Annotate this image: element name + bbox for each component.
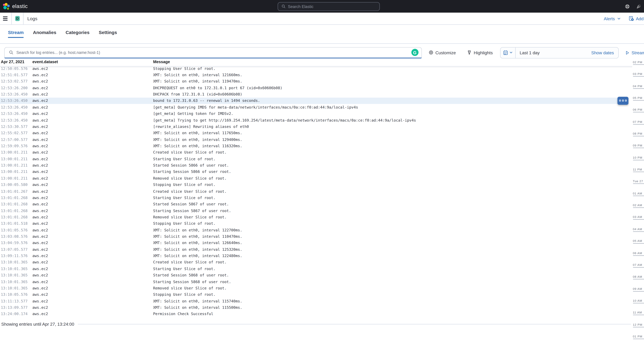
tab-categories[interactable]: Categories	[66, 30, 90, 38]
log-row[interactable]: 12:53:26.450 aws.ec2 [get_meta] Getting …	[0, 111, 629, 117]
log-row[interactable]: 12:53:02.577 aws.ec2 XMT: Solicit on eth…	[0, 78, 629, 85]
log-row[interactable]: 12:53:30.577 aws.ec2 [rewrite_aliases] R…	[0, 123, 629, 130]
log-row[interactable]: 13:03:08.576 aws.ec2 XMT: Solicit on eth…	[0, 233, 629, 240]
tab-anomalies[interactable]: Anomalies	[33, 30, 56, 38]
log-row[interactable]: 12:53:26.450 aws.ec2 DHCPACK from 172.31…	[0, 91, 629, 98]
log-row[interactable]: 13:01:01.267 aws.ec2 Created slice User …	[0, 188, 629, 194]
log-row[interactable]: 13:04:59.576 aws.ec2 XMT: Solicit on eth…	[0, 240, 629, 246]
log-row[interactable]: 13:10:01.365 aws.ec2 Started Session 586…	[0, 272, 629, 278]
log-row[interactable]: 12:53:26.200 aws.ec2 DHCPREQUEST on eth0…	[0, 85, 629, 91]
log-row[interactable]: 13:01:01.268 aws.ec2 Started Session 586…	[0, 201, 629, 207]
help-icon[interactable]	[625, 4, 630, 9]
log-row[interactable]: 13:10:01.365 aws.ec2 Created slice User …	[0, 259, 629, 266]
log-row[interactable]: 13:11:13.577 aws.ec2 XMT: Solicit on eth…	[0, 298, 629, 304]
log-dataset: aws.ec2	[32, 202, 153, 206]
alerts-button[interactable]: Alerts	[604, 16, 621, 21]
log-row[interactable]: 12:51:01.577 aws.ec2 XMT: Solicit on eth…	[0, 72, 629, 78]
log-row[interactable]: 12:53:26.450 aws.ec2 [get_meta] Querying…	[0, 104, 629, 111]
log-row[interactable]: 13:10:01.365 aws.ec2 Removed slice User …	[0, 285, 629, 291]
global-search-input[interactable]	[288, 4, 376, 9]
log-row[interactable]: 12:53:26.450 aws.ec2 bound to 172.31.0.6…	[0, 98, 629, 104]
date-picker: Last 1 day Show dates	[500, 47, 618, 58]
timeline-minimap[interactable]: 02 PM03 PM04 PM05 PM06 PM07 PM08 PM09 PM…	[632, 59, 644, 345]
log-row[interactable]: 13:00:01.211 aws.ec2 Removed slice User …	[0, 175, 629, 182]
log-time: 12:53:26.200	[0, 86, 32, 90]
log-stream-area: Apr 27, 2021 event.dataset Message 12:50…	[0, 59, 644, 345]
timeline-tick: 01 PM	[633, 335, 644, 339]
log-time: 13:24:00.174	[0, 312, 32, 316]
log-row[interactable]: 13:00:01.211 aws.ec2 Starting Session 58…	[0, 169, 629, 175]
log-row[interactable]: 12:55:02.577 aws.ec2 XMT: Solicit on eth…	[0, 130, 629, 136]
log-row[interactable]: 13:00:01.211 aws.ec2 Created slice User …	[0, 149, 629, 156]
log-time: 12:57:00.577	[0, 137, 32, 142]
grammarly-icon[interactable]: G	[411, 49, 418, 56]
log-search-box[interactable]: G	[4, 47, 422, 58]
log-dataset: aws.ec2	[32, 125, 153, 129]
show-dates-button[interactable]: Show dates	[591, 50, 618, 55]
log-row[interactable]: 13:01:01.268 aws.ec2 Starting Session 58…	[0, 207, 629, 214]
log-row[interactable]: 13:01:01.268 aws.ec2 Removed slice User …	[0, 214, 629, 220]
log-message: Starting User Slice of root.	[153, 196, 629, 200]
log-row[interactable]: 13:07:05.577 aws.ec2 XMT: Solicit on eth…	[0, 246, 629, 253]
log-row[interactable]: 13:09:11.576 aws.ec2 XMT: Solicit on eth…	[0, 253, 629, 259]
log-message: Removed slice User Slice of root.	[153, 286, 629, 290]
log-message: [rewrite_aliases] Rewriting aliases of e…	[153, 125, 629, 129]
log-time: 13:10:01.365	[0, 273, 32, 277]
stream-live-button[interactable]: Stream live	[625, 50, 644, 55]
add-data-button[interactable]: Add data	[629, 16, 644, 21]
log-row[interactable]: 13:13:09.577 aws.ec2 XMT: Solicit on eth…	[0, 304, 629, 311]
space-badge[interactable]: D	[15, 16, 20, 21]
stream-live-label: Stream live	[632, 50, 644, 55]
log-time: 13:00:01.211	[0, 163, 32, 167]
log-row[interactable]: 12:59:09.576 aws.ec2 XMT: Solicit on eth…	[0, 143, 629, 149]
timeline-tick: 05 AM	[633, 239, 644, 244]
log-row[interactable]: 13:01:01.268 aws.ec2 Starting User Slice…	[0, 194, 629, 201]
table-header: Apr 27, 2021 event.dataset Message	[0, 59, 632, 66]
row-context-menu-button[interactable]	[618, 97, 628, 105]
log-dataset: aws.ec2	[32, 183, 153, 187]
timeline-tick: 02 AM	[633, 204, 644, 208]
customize-button[interactable]: Customize	[428, 50, 456, 55]
log-time: 13:00:01.211	[0, 176, 32, 180]
log-row[interactable]: 13:10:05.576 aws.ec2 Stopping User Slice…	[0, 291, 629, 298]
timeline-tick: 01 AM	[633, 192, 644, 196]
add-data-icon	[629, 16, 634, 21]
global-search[interactable]	[278, 2, 380, 11]
highlights-button[interactable]: Highlights	[467, 50, 493, 55]
log-dataset: aws.ec2	[32, 118, 153, 122]
tab-settings[interactable]: Settings	[99, 30, 117, 38]
timeline-tick: 11 AM	[633, 311, 644, 315]
log-search-input[interactable]	[16, 50, 417, 55]
log-row[interactable]: 12:53:26.450 aws.ec2 [get_meta] Trying t…	[0, 117, 629, 123]
log-row[interactable]: 13:10:01.365 aws.ec2 Starting User Slice…	[0, 266, 629, 272]
elastic-logo-icon[interactable]	[3, 3, 10, 10]
timeline-tick: 11 PM	[633, 168, 644, 172]
log-row[interactable]: 13:24:00.174 aws.ec2 Permission Check Su…	[0, 311, 629, 317]
global-search-wrap	[278, 2, 380, 11]
log-row[interactable]: 13:10:01.365 aws.ec2 Starting Session 58…	[0, 278, 629, 285]
quick-select-button[interactable]	[500, 47, 516, 58]
log-time: 13:01:01.267	[0, 189, 32, 193]
log-message: [get_meta] Querying IMDS for meta-data/n…	[153, 105, 629, 109]
log-dataset: aws.ec2	[32, 221, 153, 226]
log-message: Starting User Slice of root.	[153, 267, 629, 271]
log-row[interactable]: 13:00:01.211 aws.ec2 Starting User Slice…	[0, 156, 629, 162]
tab-stream[interactable]: Stream	[8, 30, 24, 38]
timeline-tick: 10 PM	[633, 156, 644, 160]
log-row[interactable]: 13:00:01.211 aws.ec2 Started Session 586…	[0, 162, 629, 169]
log-row[interactable]: 13:00:05.580 aws.ec2 Stopping User Slice…	[0, 182, 629, 188]
menu-icon[interactable]	[0, 17, 11, 21]
newsfeed-icon[interactable]	[636, 4, 641, 9]
log-dataset: aws.ec2	[32, 86, 153, 90]
log-message: Created slice User Slice of root.	[153, 189, 629, 193]
entries-status: Showing entries until Apr 27, 13:24:00	[1, 322, 74, 326]
log-row[interactable]: 13:01:05.576 aws.ec2 XMT: Solicit on eth…	[0, 227, 629, 233]
chevron-down-icon	[617, 17, 621, 20]
date-range-value[interactable]: Last 1 day	[516, 50, 591, 55]
log-time: 12:51:01.577	[0, 73, 32, 77]
log-message: XMT: Solicit on eth0, interval 125320ms.	[153, 247, 629, 251]
log-dataset: aws.ec2	[32, 247, 153, 251]
log-row[interactable]: 12:57:00.577 aws.ec2 XMT: Solicit on eth…	[0, 136, 629, 143]
log-time: 12:55:02.577	[0, 131, 32, 135]
log-row[interactable]: 13:01:01.518 aws.ec2 Stopping User Slice…	[0, 220, 629, 227]
